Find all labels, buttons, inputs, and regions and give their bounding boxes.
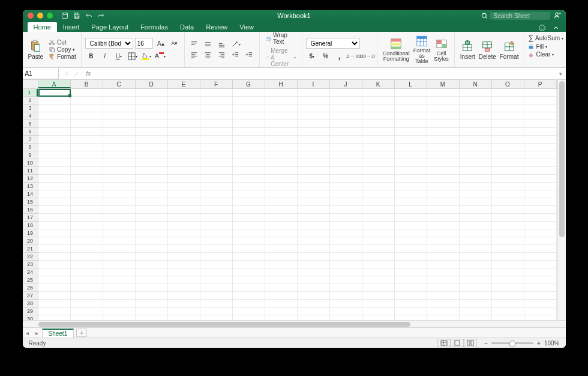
cell[interactable] bbox=[524, 97, 557, 105]
cell[interactable] bbox=[103, 159, 136, 167]
cell[interactable] bbox=[233, 206, 265, 214]
cell[interactable] bbox=[71, 214, 103, 222]
cell[interactable] bbox=[492, 89, 524, 97]
decrease-indent-button[interactable] bbox=[230, 50, 242, 61]
cell[interactable] bbox=[265, 292, 298, 300]
cell[interactable] bbox=[492, 183, 524, 190]
formula-input[interactable] bbox=[91, 70, 556, 77]
cell[interactable] bbox=[362, 120, 395, 128]
cell[interactable] bbox=[460, 237, 492, 245]
cell[interactable] bbox=[524, 253, 557, 261]
cell[interactable] bbox=[395, 151, 427, 159]
cell[interactable] bbox=[492, 167, 524, 175]
cell[interactable] bbox=[395, 292, 427, 300]
cell[interactable] bbox=[200, 284, 233, 292]
cell[interactable] bbox=[427, 276, 460, 284]
cell[interactable] bbox=[265, 198, 298, 206]
cell[interactable] bbox=[330, 128, 362, 136]
share-icon[interactable] bbox=[553, 11, 561, 20]
cell[interactable] bbox=[71, 105, 103, 112]
increase-font-button[interactable]: A▴ bbox=[155, 38, 167, 49]
cell[interactable] bbox=[103, 245, 136, 253]
cell[interactable] bbox=[265, 284, 298, 292]
row-header[interactable]: 12 bbox=[23, 175, 38, 183]
column-header[interactable]: E bbox=[168, 80, 200, 88]
cell[interactable] bbox=[427, 292, 460, 300]
cell[interactable] bbox=[492, 112, 524, 120]
cell[interactable] bbox=[427, 167, 460, 175]
cell[interactable] bbox=[524, 112, 557, 120]
cell[interactable] bbox=[460, 112, 492, 120]
cell[interactable] bbox=[71, 198, 103, 206]
row-header[interactable]: 16 bbox=[23, 206, 38, 214]
cell[interactable] bbox=[362, 292, 395, 300]
cell[interactable] bbox=[38, 136, 71, 144]
cell[interactable] bbox=[136, 308, 168, 315]
row-header[interactable]: 24 bbox=[23, 268, 38, 276]
cell[interactable] bbox=[265, 222, 298, 229]
fill-button[interactable]: Fill▾ bbox=[528, 43, 563, 50]
cell[interactable] bbox=[233, 315, 265, 320]
cell[interactable] bbox=[298, 112, 330, 120]
cell[interactable] bbox=[427, 237, 460, 245]
cell[interactable] bbox=[136, 144, 168, 151]
cell[interactable] bbox=[38, 237, 71, 245]
cell[interactable] bbox=[71, 159, 103, 167]
cell[interactable] bbox=[362, 229, 395, 237]
cell[interactable] bbox=[524, 268, 557, 276]
cell[interactable] bbox=[524, 245, 557, 253]
cell[interactable] bbox=[233, 120, 265, 128]
cell[interactable] bbox=[103, 190, 136, 198]
cell[interactable] bbox=[168, 268, 200, 276]
cell[interactable] bbox=[38, 315, 71, 320]
cell[interactable] bbox=[71, 222, 103, 229]
cell[interactable] bbox=[362, 151, 395, 159]
cell[interactable] bbox=[200, 237, 233, 245]
cell[interactable] bbox=[38, 268, 71, 276]
border-button[interactable]: ▾ bbox=[127, 50, 139, 61]
cell[interactable] bbox=[395, 308, 427, 315]
row-header[interactable]: 6 bbox=[23, 128, 38, 136]
cell[interactable] bbox=[460, 261, 492, 268]
cell[interactable] bbox=[168, 151, 200, 159]
cell[interactable] bbox=[265, 245, 298, 253]
cell[interactable] bbox=[103, 284, 136, 292]
underline-button[interactable]: U▾ bbox=[113, 50, 125, 61]
column-header[interactable]: B bbox=[71, 80, 103, 88]
cell[interactable] bbox=[524, 190, 557, 198]
cell[interactable] bbox=[395, 300, 427, 308]
cell[interactable] bbox=[330, 167, 362, 175]
row-header[interactable]: 28 bbox=[23, 300, 38, 308]
cell[interactable] bbox=[168, 253, 200, 261]
cell[interactable] bbox=[103, 112, 136, 120]
cell[interactable] bbox=[71, 190, 103, 198]
cell[interactable] bbox=[136, 89, 168, 97]
cell[interactable] bbox=[38, 159, 71, 167]
cell[interactable] bbox=[427, 105, 460, 112]
cell[interactable] bbox=[71, 151, 103, 159]
cell[interactable] bbox=[427, 198, 460, 206]
cell[interactable] bbox=[200, 268, 233, 276]
cell[interactable] bbox=[362, 183, 395, 190]
cell[interactable] bbox=[168, 206, 200, 214]
cell[interactable] bbox=[233, 112, 265, 120]
cell[interactable] bbox=[492, 245, 524, 253]
cell[interactable] bbox=[200, 183, 233, 190]
cell[interactable] bbox=[71, 229, 103, 237]
cell[interactable] bbox=[395, 284, 427, 292]
tab-home[interactable]: Home bbox=[28, 22, 57, 32]
cell[interactable] bbox=[168, 120, 200, 128]
row-header[interactable]: 25 bbox=[23, 276, 38, 284]
cell[interactable] bbox=[71, 112, 103, 120]
row-header[interactable]: 4 bbox=[23, 112, 38, 120]
cell[interactable] bbox=[427, 253, 460, 261]
cell[interactable] bbox=[200, 292, 233, 300]
cell[interactable] bbox=[265, 120, 298, 128]
cell[interactable] bbox=[492, 308, 524, 315]
cell[interactable] bbox=[362, 175, 395, 183]
cell[interactable] bbox=[265, 315, 298, 320]
cell[interactable] bbox=[233, 268, 265, 276]
cell[interactable] bbox=[524, 159, 557, 167]
cell[interactable] bbox=[265, 105, 298, 112]
cell[interactable] bbox=[136, 190, 168, 198]
